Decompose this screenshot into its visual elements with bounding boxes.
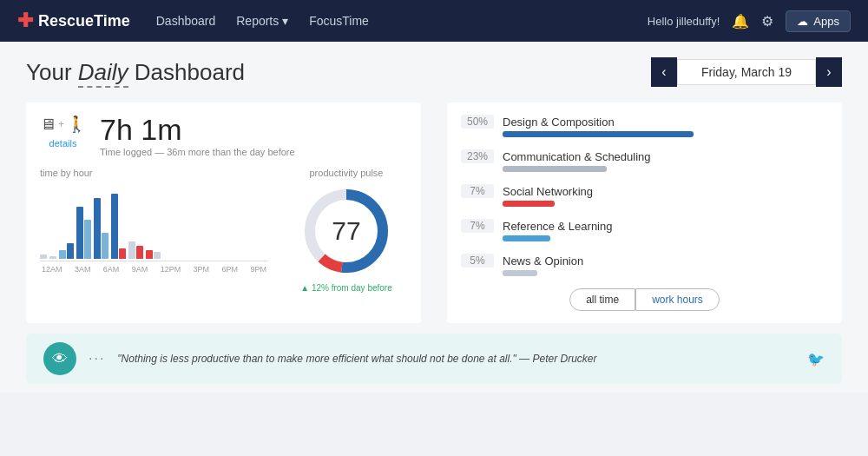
category-entry: 23% Communication & Scheduling xyxy=(461,149,828,172)
cat-pct: 7% xyxy=(461,219,494,233)
date-navigation: ‹ Friday, March 19 › xyxy=(651,57,842,87)
twitter-icon[interactable]: 🐦 xyxy=(807,351,825,367)
prev-date-button[interactable]: ‹ xyxy=(651,57,677,87)
wrench-icon[interactable]: ⚙ xyxy=(761,13,773,30)
monitor-icon: 🖥 xyxy=(40,116,56,134)
bar xyxy=(76,207,83,259)
charts-row: time by hour xyxy=(40,168,407,293)
eye-symbol: 👁 xyxy=(52,350,68,368)
bar xyxy=(154,252,161,259)
cat-name: Design & Composition xyxy=(503,116,828,129)
category-entry: 7% Reference & Learning xyxy=(461,219,828,241)
cat-bar-wrap xyxy=(503,201,828,207)
bar xyxy=(49,256,56,259)
apps-label: Apps xyxy=(813,15,839,28)
bar-group xyxy=(146,250,161,259)
cat-bar xyxy=(503,270,537,276)
time-by-hour: time by hour xyxy=(40,168,268,274)
cat-label-row: 23% Communication & Scheduling xyxy=(461,149,828,163)
title-italic[interactable]: Daily xyxy=(78,59,128,88)
date-display: Friday, March 19 xyxy=(677,59,816,85)
apps-button[interactable]: ☁ Apps xyxy=(786,10,851,32)
bar xyxy=(119,248,126,259)
pulse-score: 77 xyxy=(332,216,360,246)
bar xyxy=(40,254,47,259)
bar-group xyxy=(49,256,56,259)
bar-group xyxy=(59,243,74,259)
bar xyxy=(102,233,108,259)
content-row: 🖥 + 🚶 details 7h 1m Time logged — 36m mo… xyxy=(26,102,842,323)
cat-name: Communication & Scheduling xyxy=(503,150,828,163)
dots-icon[interactable]: ··· xyxy=(89,351,105,367)
time-label: 9PM xyxy=(250,265,266,274)
cat-bar xyxy=(503,166,607,172)
bar xyxy=(128,241,135,259)
cat-label-row: 50% Design & Composition xyxy=(461,115,828,129)
cat-label-row: 7% Reference & Learning xyxy=(461,219,828,233)
time-label: 3AM xyxy=(75,265,91,274)
title-suffix: Dashboard xyxy=(135,59,245,85)
cat-name: News & Opinion xyxy=(503,254,828,268)
time-label: 12PM xyxy=(161,265,181,274)
stats-row: 🖥 + 🚶 details 7h 1m Time logged — 36m mo… xyxy=(40,115,407,157)
cloud-icon: ☁ xyxy=(797,15,808,28)
navbar: ✚ RescueTime Dashboard Reports ▾ FocusTi… xyxy=(0,0,868,42)
time-logged: 7h 1m Time logged — 36m more than the da… xyxy=(100,115,407,157)
main-content: Your Daily Dashboard ‹ Friday, March 19 … xyxy=(0,42,868,393)
logo-text: RescueTime xyxy=(38,12,130,30)
bell-icon[interactable]: 🔔 xyxy=(732,13,749,30)
work-hours-toggle[interactable]: work hours xyxy=(635,288,720,311)
cat-bar-wrap xyxy=(503,235,828,241)
cat-pct: 23% xyxy=(461,149,494,163)
category-entry: 7% Social Networking xyxy=(461,184,828,207)
cat-label-row: 5% News & Opinion xyxy=(461,254,828,268)
category-entry: 50% Design & Composition xyxy=(461,115,828,137)
cat-bar xyxy=(503,235,550,241)
chart-title: time by hour xyxy=(40,168,268,178)
cat-bar-wrap xyxy=(503,270,828,276)
time-label: 12AM xyxy=(42,265,62,274)
device-icons: 🖥 + 🚶 details xyxy=(40,115,86,149)
nav-links: Dashboard Reports ▾ FocusTime xyxy=(156,14,648,28)
cat-bar-wrap xyxy=(503,131,828,137)
plus-icon: + xyxy=(58,118,64,130)
bar xyxy=(67,243,74,259)
nav-hello: Hello jilleduffy! xyxy=(648,15,720,28)
nav-reports[interactable]: Reports ▾ xyxy=(236,14,288,28)
right-panel: 50% Design & Composition 23% Communicati… xyxy=(447,102,842,323)
bar-group xyxy=(111,194,126,259)
bar xyxy=(59,250,66,259)
productivity-pulse: productivity pulse 77 ▲ 1 xyxy=(286,168,407,293)
left-panel: 🖥 + 🚶 details 7h 1m Time logged — 36m mo… xyxy=(26,102,421,323)
nav-focustime[interactable]: FocusTime xyxy=(309,14,369,28)
time-display: 7h 1m xyxy=(100,115,407,144)
bar-chart xyxy=(40,183,268,261)
bar xyxy=(146,250,153,259)
next-date-button[interactable]: › xyxy=(816,57,842,87)
nav-dashboard[interactable]: Dashboard xyxy=(156,14,216,28)
cat-pct: 7% xyxy=(461,184,494,198)
details-link[interactable]: details xyxy=(49,138,77,149)
person-icon: 🚶 xyxy=(67,115,86,134)
time-labels: 12AM 3AM 6AM 9AM 12PM 3PM 6PM 9PM xyxy=(40,265,268,274)
donut-chart: 77 xyxy=(299,183,394,279)
cat-name: Social Networking xyxy=(503,185,828,198)
quote-bar: 👁 ··· "Nothing is less productive than t… xyxy=(26,334,842,384)
bar-group xyxy=(94,198,108,259)
cat-label-row: 7% Social Networking xyxy=(461,184,828,198)
eye-icon: 👁 xyxy=(43,342,76,375)
cat-name: Reference & Learning xyxy=(503,220,828,233)
logo[interactable]: ✚ RescueTime xyxy=(17,10,130,32)
pulse-sub: ▲ 12% from day before xyxy=(286,283,407,293)
time-label: 9AM xyxy=(132,265,148,274)
page-title: Your Daily Dashboard xyxy=(26,59,245,86)
device-icon-row: 🖥 + 🚶 xyxy=(40,115,86,134)
pulse-title: productivity pulse xyxy=(286,168,407,178)
time-label: 6AM xyxy=(103,265,120,274)
quote-text: "Nothing is less productive than to make… xyxy=(117,353,795,365)
time-sub: Time logged — 36m more than the day befo… xyxy=(100,147,407,157)
bar xyxy=(94,198,101,259)
all-time-toggle[interactable]: all time xyxy=(569,288,635,311)
bar xyxy=(111,194,118,259)
logo-icon: ✚ xyxy=(17,10,33,32)
